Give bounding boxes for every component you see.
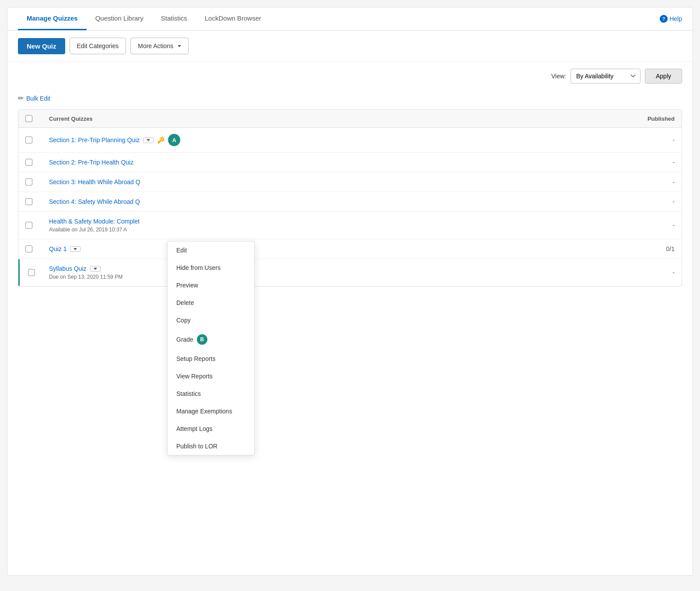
header-checkbox-col (18, 110, 42, 128)
row-2-checkbox[interactable] (25, 159, 32, 166)
menu-view-reports-label: View Reports (176, 373, 213, 380)
table-row: Syllabus Quiz Due on Sep 13, 2020 11:59 … (18, 259, 682, 287)
header-published: Published (534, 110, 682, 128)
row-1-dropdown-button[interactable] (143, 137, 154, 143)
row-7-quiz-link[interactable]: Syllabus Quiz (49, 265, 87, 272)
help-icon: ? (660, 15, 668, 23)
row-7-name-cell: Syllabus Quiz Due on Sep 13, 2020 11:59 … (42, 259, 534, 287)
menu-manage-exemptions-label: Manage Exemptions (176, 408, 232, 415)
row-6-checkbox[interactable] (25, 245, 32, 252)
row-checkbox-col (18, 128, 42, 153)
tab-question-library[interactable]: Question Library (87, 7, 152, 30)
top-navigation: Manage Quizzes Question Library Statisti… (7, 7, 693, 31)
row-4-published: - (534, 192, 682, 212)
row-1-key-icon: 🔑 (157, 136, 164, 143)
row-7-published: - (534, 259, 682, 287)
apply-button[interactable]: Apply (645, 69, 682, 84)
help-link[interactable]: ? Help (660, 15, 682, 23)
row-checkbox-col (18, 212, 42, 239)
tab-manage-quizzes[interactable]: Manage Quizzes (18, 7, 87, 30)
menu-item-attempt-logs[interactable]: Attempt Logs (168, 420, 254, 437)
row-checkbox-col (18, 259, 42, 287)
table-header-row: Current Quizzes Published (18, 110, 682, 128)
row-5-quiz-link[interactable]: Health & Safety Module: Complet (49, 218, 527, 225)
quizzes-table: Current Quizzes Published Section 1: Pre… (18, 110, 682, 286)
menu-hide-label: Hide from Users (176, 264, 220, 271)
row-5-subtext: Available on Jul 26, 2019 10:37 A (49, 227, 527, 233)
row-2-published: - (534, 153, 682, 172)
row-3-name-cell: Section 3: Health While Abroad Q (42, 172, 534, 192)
toolbar: New Quiz Edit Categories More Actions (7, 31, 693, 62)
view-label: View: (551, 73, 566, 80)
row-5-name-cell: Health & Safety Module: Complet Availabl… (42, 212, 534, 239)
row-6-quiz-link[interactable]: Quiz 1 (49, 245, 66, 252)
row-checkbox-col (18, 192, 42, 212)
menu-item-publish-to-lor[interactable]: Publish to LOR (168, 437, 254, 455)
tab-statistics[interactable]: Statistics (152, 7, 196, 30)
menu-item-hide-from-users[interactable]: Hide from Users (168, 259, 254, 276)
row-2-quiz-link[interactable]: Section 2: Pre-Trip Health Quiz (49, 159, 133, 166)
menu-item-manage-exemptions[interactable]: Manage Exemptions (168, 402, 254, 420)
row-4-quiz-link[interactable]: Section 4: Safety While Abroad Q (49, 198, 140, 205)
row-6-name-cell: Quiz 1 (42, 239, 534, 259)
more-actions-label: More Actions (138, 42, 173, 49)
grade-badge-b: B (197, 334, 207, 345)
row-1-checkbox[interactable] (25, 136, 32, 143)
menu-item-edit[interactable]: Edit (168, 241, 254, 259)
menu-preview-label: Preview (176, 282, 198, 289)
row-2-name-cell: Section 2: Pre-Trip Health Quiz (42, 153, 534, 172)
menu-item-statistics[interactable]: Statistics (168, 385, 254, 402)
row-checkbox-col (18, 239, 42, 259)
row-checkbox-col (18, 153, 42, 172)
edit-categories-button[interactable]: Edit Categories (70, 38, 126, 54)
row-7-dropdown-button[interactable] (90, 266, 101, 272)
row-5-published: - (534, 212, 682, 239)
menu-grade-label: Grade (176, 336, 193, 343)
edit-categories-label: Edit Categories (77, 42, 119, 49)
table-row: Section 2: Pre-Trip Health Quiz - (18, 153, 682, 172)
header-current-quizzes: Current Quizzes (42, 110, 534, 128)
view-row: View: By Availability Apply (7, 62, 693, 91)
menu-publish-to-lor-label: Publish to LOR (176, 443, 217, 450)
new-quiz-button[interactable]: New Quiz (18, 38, 65, 54)
row-3-quiz-link[interactable]: Section 3: Health While Abroad Q (49, 178, 140, 185)
menu-item-delete[interactable]: Delete (168, 294, 254, 311)
menu-item-preview[interactable]: Preview (168, 276, 254, 294)
menu-copy-label: Copy (176, 317, 191, 324)
tab-lockdown-browser[interactable]: LockDown Browser (196, 7, 270, 30)
row-7-subtext: Due on Sep 13, 2020 11:59 PM (49, 274, 527, 280)
pencil-icon: ✏ (18, 94, 24, 102)
menu-attempt-logs-label: Attempt Logs (176, 425, 213, 432)
menu-item-view-reports[interactable]: View Reports (168, 367, 254, 385)
table-row: Section 3: Health While Abroad Q - (18, 172, 682, 192)
row-7-chevron-icon (94, 268, 97, 270)
row-1-quiz-link[interactable]: Section 1: Pre-Trip Planning Quiz (49, 136, 140, 143)
row-1-badge-a: A (168, 134, 180, 146)
bulk-edit-row: ✏ Bulk Edit (7, 91, 693, 109)
menu-item-copy[interactable]: Copy (168, 311, 254, 329)
progress-bar (18, 259, 20, 286)
more-actions-button[interactable]: More Actions (130, 38, 189, 54)
row-5-checkbox[interactable] (25, 222, 32, 229)
row-6-dropdown-button[interactable] (70, 246, 80, 252)
table-row: Section 1: Pre-Trip Planning Quiz 🔑 A - (18, 128, 682, 153)
row-1-chevron-icon (147, 139, 150, 141)
row-3-checkbox[interactable] (25, 178, 32, 185)
row-1-name-cell: Section 1: Pre-Trip Planning Quiz 🔑 A (42, 128, 534, 153)
bulk-edit-link[interactable]: Bulk Edit (26, 95, 50, 102)
row-4-checkbox[interactable] (25, 198, 32, 205)
menu-item-grade[interactable]: Grade B (168, 329, 254, 350)
table-row: Health & Safety Module: Complet Availabl… (18, 212, 682, 239)
row-1-published: - (534, 128, 682, 153)
menu-statistics-label: Statistics (176, 390, 201, 397)
select-all-checkbox[interactable] (25, 115, 32, 122)
row-checkbox-col (18, 172, 42, 192)
context-menu: Edit Hide from Users Preview Delete Copy… (167, 241, 255, 455)
row-6-published: 0/1 (534, 239, 682, 259)
view-select[interactable]: By Availability (570, 69, 640, 84)
menu-setup-reports-label: Setup Reports (176, 355, 216, 362)
row-3-published: - (534, 172, 682, 192)
row-7-checkbox[interactable] (28, 269, 35, 276)
menu-item-setup-reports[interactable]: Setup Reports (168, 350, 254, 367)
more-actions-chevron-icon (178, 45, 181, 47)
